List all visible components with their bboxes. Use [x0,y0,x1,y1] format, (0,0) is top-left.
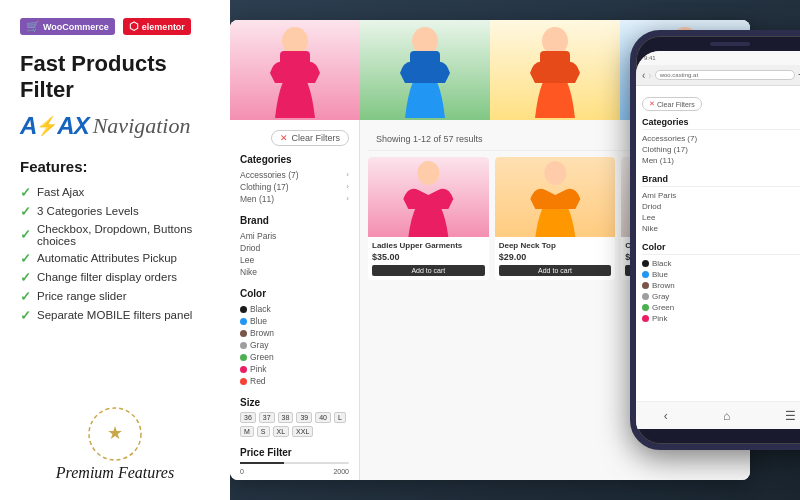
phone-close-icon: ✕ [649,100,655,108]
premium-section: ★ Premium Features [20,404,210,482]
browser-back-icon[interactable]: ‹ [642,70,645,81]
phone-color-brown[interactable]: Brown [642,280,800,291]
filter-color-black[interactable]: Black [240,303,349,315]
phone-brand-nike[interactable]: Nike [642,223,800,234]
size-XXL[interactable]: XXL [292,426,313,437]
phone-color-title: Color [642,242,800,255]
woman-pink-top-img [260,23,330,118]
browser-url-bar[interactable]: woo.casting.at [655,70,795,80]
check-icon: ✓ [20,185,31,200]
phone-clear-filters-button[interactable]: ✕ Clear Filters [642,97,702,111]
product-image-1 [368,157,489,237]
price-filter-title: Price Filter [240,447,349,458]
left-panel: 🛒 WooCommerce ⬡ elementor Fast Products … [0,0,230,500]
phone-brand-title: Brand [642,174,800,187]
phone-brand-lee[interactable]: Lee [642,212,800,223]
feature-mobile-panel: ✓ Separate MOBILE filters panel [20,308,210,323]
close-icon: ✕ [280,133,288,143]
elementor-icon: ⬡ [129,20,139,33]
size-38[interactable]: 38 [278,412,294,423]
filter-brand-nike[interactable]: Nike [240,266,349,278]
filter-color-green[interactable]: Green [240,351,349,363]
svg-point-10 [417,161,439,185]
filter-category-clothing[interactable]: Clothing (17) › [240,181,349,193]
color-section: Color Black Blue Brown Gray Green Pink R… [240,288,349,387]
size-36[interactable]: 36 [240,412,256,423]
phone-nav-home[interactable]: ⌂ [723,409,730,423]
price-filter-section: Price Filter 0 2000 [240,447,349,475]
svg-point-6 [542,27,568,55]
phone-brand-driod[interactable]: Driod [642,201,800,212]
product-price-1: $35.00 [372,252,485,262]
phone-color-gray[interactable]: Gray [642,291,800,302]
phone-brand-amiparis[interactable]: Ami Paris [642,190,800,201]
phone-color-green[interactable]: Green [642,302,800,313]
size-39[interactable]: 39 [296,412,312,423]
clear-filters-label: Clear Filters [291,133,340,143]
phone-color-black[interactable]: Black [642,258,800,269]
filter-brand-amiparis[interactable]: Ami Paris [240,230,349,242]
feature-categories: ✓ 3 Categories Levels [20,204,210,219]
filter-category-men[interactable]: Men (11) › [240,193,349,205]
phone-nav-back[interactable]: ‹ [664,409,668,423]
filter-brand-driod[interactable]: Driod [240,242,349,254]
svg-rect-7 [540,51,570,69]
features-list: ✓ Fast Ajax ✓ 3 Categories Levels ✓ Chec… [20,185,210,323]
categories-title: Categories [240,154,349,165]
phone-status-bar: 9:41 ▮▮▮ [636,51,800,65]
premium-crown: ★ [85,404,145,464]
product-info-2: Deep Neck Top $29.00 Add to cart [495,237,616,280]
feature-text: Automatic Attributes Pickup [37,252,177,264]
features-heading: Features: [20,158,210,175]
phone-category-clothing[interactable]: Clothing (17) › [642,144,800,155]
phone-color-pink[interactable]: Pink [642,313,800,324]
feature-text: Separate MOBILE filters panel [37,309,192,321]
filter-color-gray[interactable]: Gray [240,339,349,351]
navigation-text: Navigation [93,113,191,139]
clear-filters-button[interactable]: ✕ Clear Filters [271,130,349,146]
color-title: Color [240,288,349,299]
svg-point-11 [544,161,566,185]
svg-point-2 [282,27,308,55]
size-L[interactable]: L [334,412,346,423]
browser-forward-icon[interactable]: › [648,70,651,81]
filter-category-accessories[interactable]: Accessories (7) › [240,169,349,181]
filter-color-brown[interactable]: Brown [240,327,349,339]
price-range-values: 0 2000 [240,468,349,475]
svg-rect-3 [280,51,310,69]
filter-color-red[interactable]: Red [240,375,349,387]
phone-nav-menu[interactable]: ☰ [785,409,796,423]
product-image-2 [495,157,616,237]
phone-categories-title: Categories [642,117,800,130]
brand-logos: 🛒 WooCommerce ⬡ elementor [20,18,210,35]
size-XL[interactable]: XL [273,426,290,437]
feature-text: Fast Ajax [37,186,84,198]
brand-title: Brand [240,215,349,226]
filter-color-pink[interactable]: Pink [240,363,349,375]
feature-fast-ajax: ✓ Fast Ajax [20,185,210,200]
phone-category-accessories[interactable]: Accessories (7) › [642,133,800,144]
check-icon: ✓ [20,251,31,266]
phone-category-men[interactable]: Men (11) › [642,155,800,166]
add-to-cart-button-1[interactable]: Add to cart [372,265,485,276]
phone-color-blue[interactable]: Blue [642,269,800,280]
feature-text: Price range slider [37,290,126,302]
size-M[interactable]: M [240,426,254,437]
product-thumb-3 [490,20,620,120]
filter-brand-lee[interactable]: Lee [240,254,349,266]
size-37[interactable]: 37 [259,412,275,423]
filter-sidebar: ✕ Clear Filters Categories Accessories (… [230,120,360,480]
filter-color-blue[interactable]: Blue [240,315,349,327]
phone-mockup: 9:41 ▮▮▮ ‹ › woo.casting.at + ⬜ ✕ Clear … [630,30,800,450]
check-icon: ✓ [20,270,31,285]
check-icon: ✓ [20,289,31,304]
add-to-cart-button-2[interactable]: Add to cart [499,265,612,276]
check-icon: ✓ [20,308,31,323]
size-40[interactable]: 40 [315,412,331,423]
phone-filter-content: ✕ Clear Filters Categories Accessories (… [636,86,800,419]
product-name-1: Ladies Upper Garments [372,241,485,250]
phone-notch [710,42,750,46]
size-S[interactable]: S [257,426,270,437]
woman-yellow-img [520,23,590,118]
feature-price-range: ✓ Price range slider [20,289,210,304]
